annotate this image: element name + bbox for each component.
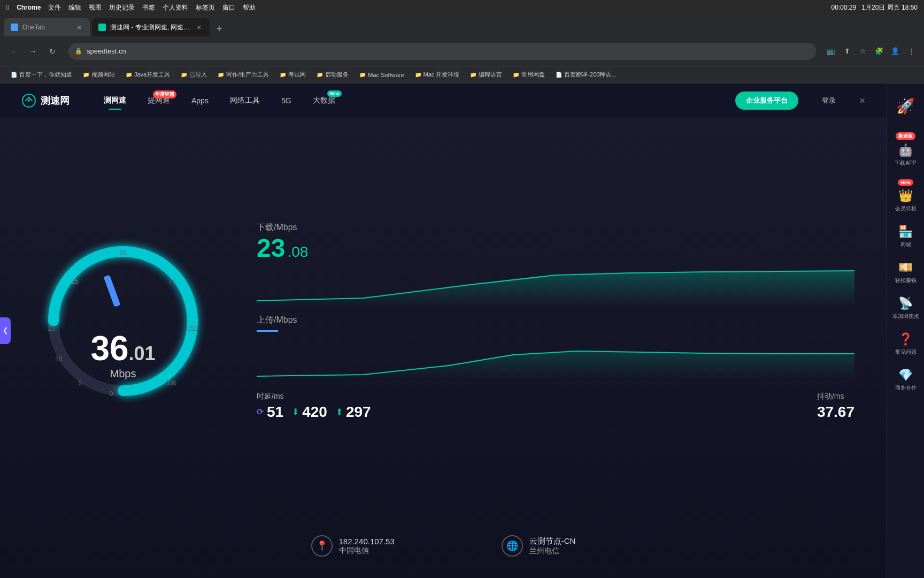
- money-icon: 💴: [898, 261, 913, 275]
- ip-address: 182.240.107.53: [339, 537, 395, 546]
- node-location: 兰州电信: [529, 546, 576, 556]
- forward-button[interactable]: →: [26, 44, 41, 59]
- sidebar-badge-new: New: [898, 179, 913, 186]
- isp-name: 中国电信: [339, 546, 395, 556]
- tab-onetab-label: OneTab: [22, 24, 71, 31]
- node-text: 云测节点-CN 兰州电信: [529, 536, 576, 556]
- ping-item: ⟳ 51: [257, 404, 283, 421]
- enterprise-button[interactable]: 企业服务平台: [735, 92, 798, 110]
- bookmark-lang[interactable]: 📁 编程语言: [466, 69, 506, 81]
- profile-icon[interactable]: 👤: [889, 45, 902, 58]
- svg-text:50: 50: [119, 249, 127, 256]
- menu-file[interactable]: 文件: [48, 3, 61, 12]
- bookmark-translate[interactable]: 📄 百度翻译-200种语...: [551, 69, 620, 81]
- login-button[interactable]: 登录: [815, 94, 842, 108]
- right-panel: 下载/Mbps 23.08: [257, 222, 854, 421]
- close-nav-button[interactable]: ×: [859, 95, 865, 107]
- right-sidebar: 🚀 极速版 🤖 下载APP New 👑 会员特权 🏪 商城 💴: [887, 83, 924, 578]
- jitter-block: 抖动/ms 37.67: [817, 392, 854, 421]
- menu-profile[interactable]: 个人资料: [163, 3, 188, 12]
- bookmark-launch[interactable]: 📁 启动服务: [312, 69, 353, 81]
- sidebar-item-store[interactable]: 🏪 商城: [889, 219, 923, 253]
- svg-text:5: 5: [79, 379, 82, 387]
- bookmark-macsoftware[interactable]: 📁 Mac Software: [355, 69, 408, 81]
- svg-point-1: [28, 100, 30, 102]
- tab-onetab-close[interactable]: ✕: [75, 23, 83, 32]
- nav-link-5g[interactable]: 5G: [273, 93, 300, 108]
- nav-link-tools[interactable]: 网络工具: [221, 93, 268, 109]
- sidebar-member-label: 会员特权: [895, 205, 917, 212]
- sidebar-item-money[interactable]: 💴 轻松赚钱: [889, 255, 923, 289]
- download-value-whole: 23: [257, 235, 285, 261]
- new-tab-button[interactable]: +: [212, 21, 227, 36]
- sidebar-item-member[interactable]: New 👑 会员特权: [889, 174, 923, 217]
- bookmark-baidu[interactable]: 📄 百度一下，你就知道: [6, 69, 76, 81]
- menu-dots-icon[interactable]: ⋮: [905, 45, 918, 58]
- download-value-decimal: .08: [287, 244, 308, 261]
- crown-icon: 👑: [898, 189, 913, 203]
- sidebar-item-addnode[interactable]: 📡 添加测速点: [889, 291, 923, 325]
- sidebar-item-business[interactable]: 💎 商务合作: [889, 363, 923, 397]
- bookmark-writing[interactable]: 📁 写作/生产力工具: [213, 69, 273, 81]
- speed-whole: 36: [90, 331, 128, 366]
- bookmark-imported[interactable]: 📁 已导入: [176, 69, 211, 81]
- sidebar-item-rocket[interactable]: 🚀: [889, 92, 923, 125]
- sidebar-badge-extreme: 极速版: [896, 132, 915, 140]
- down-latency-item: ⬇ 420: [292, 404, 327, 421]
- menu-window[interactable]: 窗口: [222, 3, 235, 12]
- tab-bar: OneTab ✕ 测速网 - 专业测网速, 网速测试, ✕ +: [0, 15, 924, 36]
- mac-menubar:  Chrome 文件 编辑 视图 历史记录 书签 个人资料 标签页 窗口 帮助…: [0, 0, 924, 15]
- download-graph: [257, 263, 854, 306]
- sidebar-item-download[interactable]: 极速版 🤖 下载APP: [889, 127, 923, 172]
- logo-area[interactable]: 测速网: [21, 93, 70, 108]
- back-button[interactable]: ←: [6, 44, 21, 59]
- menu-help[interactable]: 帮助: [243, 3, 256, 12]
- bookmark-icon[interactable]: ☆: [857, 45, 869, 58]
- menu-chrome[interactable]: Chrome: [17, 4, 41, 11]
- faq-icon: ❓: [898, 332, 913, 346]
- menu-view[interactable]: 视图: [89, 3, 102, 12]
- nav-link-bigdata[interactable]: 大数据 New: [304, 93, 344, 109]
- menu-bookmarks[interactable]: 书签: [142, 3, 155, 12]
- extensions-icon[interactable]: 🧩: [873, 45, 886, 58]
- menu-edit[interactable]: 编辑: [68, 3, 81, 12]
- menu-tabs[interactable]: 标签页: [196, 3, 215, 12]
- address-bar: ← → ↻ 🔒 speedtest.cn 📺 ⬆ ☆ 🧩 👤 ⋮: [0, 36, 924, 66]
- sidebar-item-faq[interactable]: ❓ 常见问题: [889, 327, 923, 361]
- tab-onetab[interactable]: OneTab ✕: [4, 18, 90, 36]
- nav-link-speed[interactable]: 测网速: [95, 93, 135, 109]
- svg-text:150: 150: [187, 325, 198, 332]
- share-icon[interactable]: ⬆: [841, 45, 853, 58]
- node-name: 云测节点-CN: [529, 536, 576, 546]
- business-icon: 💎: [898, 368, 913, 382]
- upload-graph: [257, 336, 854, 379]
- sidebar-download-label: 下载APP: [895, 159, 916, 166]
- latency-row: 时延/ms ⟳ 51 ⬇ 420: [257, 392, 854, 421]
- menu-history[interactable]: 历史记录: [109, 3, 135, 12]
- bookmark-exam[interactable]: 📁 考试网: [275, 69, 310, 81]
- bookmark-netdisk[interactable]: 📁 常用网盘: [509, 69, 549, 81]
- globe-icon: 🌐: [502, 535, 523, 557]
- onetab-favicon: [11, 24, 18, 31]
- tab-speedtest-close[interactable]: ✕: [195, 23, 203, 32]
- tab-speedtest-label: 测速网 - 专业测网速, 网速测试,: [110, 23, 190, 32]
- addnode-icon: 📡: [898, 296, 913, 310]
- svg-rect-12: [104, 275, 121, 307]
- rocket-icon: 🚀: [896, 97, 915, 115]
- content-area: 测速网 测网速 提网速 年度钜惠 Apps 网络工具 5G 大数据 New: [0, 83, 924, 578]
- left-float-button[interactable]: [0, 317, 11, 344]
- url-bar[interactable]: 🔒 speedtest.cn: [68, 43, 816, 60]
- tab-speedtest[interactable]: 测速网 - 专业测网速, 网速测试, ✕: [92, 18, 210, 36]
- jitter-label: 抖动/ms: [817, 392, 854, 401]
- reload-button[interactable]: ↻: [45, 44, 60, 59]
- bookmark-macdev[interactable]: 📁 Mac 开发环境: [411, 69, 464, 81]
- sidebar-store-label: 商城: [900, 241, 911, 248]
- bookmark-video[interactable]: 📁 视频网站: [79, 69, 119, 81]
- speedometer-svg: 0 5 10 15 25 50 75 150: [32, 230, 214, 412]
- bookmark-java[interactable]: 📁 Java开发工具: [121, 69, 174, 81]
- sidebar-faq-label: 常见问题: [895, 348, 917, 355]
- nav-link-improve[interactable]: 提网速 年度钜惠: [139, 93, 179, 109]
- node-info-item: 🌐 云测节点-CN 兰州电信: [502, 535, 576, 557]
- nav-link-apps[interactable]: Apps: [183, 93, 217, 108]
- speedtest-main: 0 5 10 15 25 50 75 150: [0, 118, 887, 524]
